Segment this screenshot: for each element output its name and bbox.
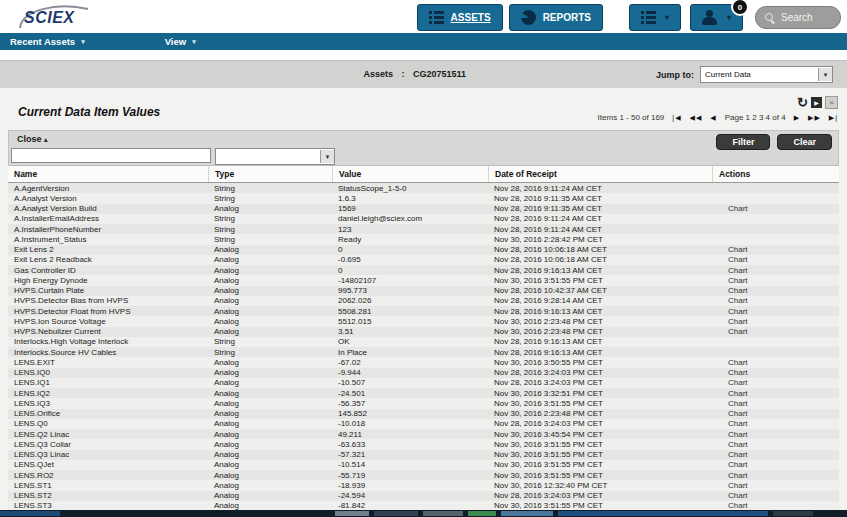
filter-close-toggle[interactable]: Close ▴ xyxy=(17,134,48,144)
cell-date: Nov 30, 2016 2:23:48 PM CET xyxy=(488,327,712,336)
fast-next-icon[interactable]: ▶▶ xyxy=(808,114,821,122)
chart-link[interactable]: Chart xyxy=(718,286,748,295)
search-input[interactable]: Search xyxy=(755,6,841,29)
cell-actions: Chart xyxy=(712,286,839,295)
cell-actions: Chart xyxy=(712,471,839,480)
chart-link[interactable]: Chart xyxy=(718,471,748,480)
chart-link[interactable]: Chart xyxy=(718,450,748,459)
chart-link[interactable]: Chart xyxy=(718,266,748,275)
column-header-type[interactable]: Type xyxy=(208,166,332,182)
table-row[interactable]: LENS.QJetAnalog-10.514Nov 30, 2016 3:51:… xyxy=(8,460,839,470)
table-row[interactable]: Exit Lens 2Analog0Nov 28, 2016 10:06:18 … xyxy=(8,245,839,255)
chart-link[interactable]: Chart xyxy=(718,368,748,377)
table-row[interactable]: A.Analyst Version BuildAnalog1569Nov 28,… xyxy=(8,204,839,214)
cell-name: HVPS.Nebulizer Current xyxy=(8,327,208,336)
column-header-date[interactable]: Date of Receipt xyxy=(488,166,712,182)
chart-link[interactable]: Chart xyxy=(718,430,748,439)
chart-link[interactable]: Chart xyxy=(718,327,748,336)
cell-date: Nov 28, 2016 10:06:18 AM CET xyxy=(488,255,712,264)
table-row[interactable]: A.AgentVersionStringStatusScope_1-5-0Nov… xyxy=(8,183,839,193)
clear-button[interactable]: Clear xyxy=(777,134,832,150)
next-page-icon[interactable]: ▶ xyxy=(794,114,800,122)
table-row[interactable]: HVPS.Curtain PlateAnalog995.773Nov 28, 2… xyxy=(8,286,839,296)
table-row[interactable]: LENS.Q3 LinacAnalog-57.321Nov 30, 2016 3… xyxy=(8,450,839,460)
page-numbers[interactable]: Page 1 2 3 4 of 4 xyxy=(725,113,786,122)
chart-link[interactable]: Chart xyxy=(718,296,748,305)
table-row[interactable]: LENS.IQ3Analog-56.357Nov 30, 2016 3:51:5… xyxy=(8,398,839,408)
chart-link[interactable]: Chart xyxy=(718,491,748,500)
jump-to-select[interactable]: Current Data ▼ xyxy=(700,66,833,83)
chart-link[interactable]: Chart xyxy=(718,389,748,398)
table-row[interactable]: A.InstallerPhoneNumberString123Nov 28, 2… xyxy=(8,224,839,234)
column-header-value[interactable]: Value xyxy=(332,166,488,182)
cell-date: Nov 30, 2016 2:23:48 PM CET xyxy=(488,317,712,326)
cell-date: Nov 30, 2016 3:50:55 PM CET xyxy=(488,358,712,367)
table-row[interactable]: LENS.IQ0Analog-9.944Nov 28, 2016 3:24:03… xyxy=(8,368,839,378)
chart-link[interactable]: Chart xyxy=(718,399,748,408)
table-row[interactable]: Exit Lens 2 ReadbackAnalog-0.695Nov 28, … xyxy=(8,255,839,265)
name-filter-input[interactable] xyxy=(11,148,211,163)
asset-identifier: Assets : CG20751511 xyxy=(361,69,470,79)
user-menu-button[interactable]: ▾ 0 xyxy=(690,4,743,31)
assets-button[interactable]: ASSETS xyxy=(417,4,503,31)
table-row[interactable]: Interlocks.High Voltage InterlockStringO… xyxy=(8,337,839,347)
chart-link[interactable]: Chart xyxy=(718,481,748,490)
list-menu-button[interactable]: ▾ xyxy=(629,4,681,31)
chart-link[interactable]: Chart xyxy=(718,409,748,418)
chart-link[interactable]: Chart xyxy=(718,276,748,285)
chart-link[interactable]: Chart xyxy=(718,460,748,469)
table-row[interactable]: HVPS.Detector Bias from HVPSAnalog2062.0… xyxy=(8,296,839,306)
cell-value: 49.211 xyxy=(332,430,488,439)
last-page-icon[interactable]: ▶| xyxy=(829,114,838,122)
chart-link[interactable]: Chart xyxy=(718,378,748,387)
fast-prev-icon[interactable]: ◀◀ xyxy=(690,114,703,122)
column-header-actions[interactable]: Actions xyxy=(712,166,839,182)
filter-button[interactable]: Filter xyxy=(716,134,770,150)
jump-to-value: Current Data xyxy=(701,70,751,79)
cell-actions: Chart xyxy=(712,491,839,500)
table-row[interactable]: HVPS.Nebulizer CurrentAnalog3.51Nov 30, … xyxy=(8,327,839,337)
table-row[interactable]: A.InstallerEmailAddressStringdaniel.leig… xyxy=(8,214,839,224)
refresh-icon[interactable]: ↻ xyxy=(797,97,808,108)
table-row[interactable]: LENS.OrificeAnalog145.852Nov 30, 2016 2:… xyxy=(8,409,839,419)
table-row[interactable]: LENS.ST1Analog-18.939Nov 30, 2016 12:32:… xyxy=(8,480,839,490)
table-row[interactable]: HVPS.Ion Source VoltageAnalog5512.015Nov… xyxy=(8,316,839,326)
chart-link[interactable]: Chart xyxy=(718,255,748,264)
play-icon[interactable]: ▶ xyxy=(811,97,822,108)
table-row[interactable]: LENS.RO2Analog-55.719Nov 30, 2016 3:51:5… xyxy=(8,470,839,480)
table-row[interactable]: High Energy DynodeAnalog-14802107Nov 30,… xyxy=(8,275,839,285)
chart-link[interactable]: Chart xyxy=(718,317,748,326)
cell-type: Analog xyxy=(208,368,332,377)
table-row[interactable]: LENS.EXITAnalog-67.02Nov 30, 2016 3:50:5… xyxy=(8,357,839,367)
table-row[interactable]: LENS.IQ1Analog-10.507Nov 28, 2016 3:24:0… xyxy=(8,378,839,388)
search-label: Search xyxy=(781,12,813,23)
reports-button[interactable]: REPORTS xyxy=(509,4,603,31)
table-row[interactable]: LENS.IQ2Analog-24.501Nov 30, 2016 3:32:5… xyxy=(8,388,839,398)
table-row[interactable]: HVPS.Detector Float from HVPSAnalog5508.… xyxy=(8,306,839,316)
table-row[interactable]: A.Analyst VersionString1.6.3Nov 28, 2016… xyxy=(8,193,839,203)
cell-type: Analog xyxy=(208,440,332,449)
table-row[interactable]: LENS.Q3 CollarAnalog-63.633Nov 30, 2016 … xyxy=(8,439,839,449)
table-row[interactable]: LENS.Q0Analog-10.018Nov 28, 2016 3:24:03… xyxy=(8,419,839,429)
column-header-name[interactable]: Name xyxy=(8,166,208,182)
chart-link[interactable]: Chart xyxy=(718,440,748,449)
table-row[interactable]: LENS.Q2 LinacAnalog49.211Nov 30, 2016 3:… xyxy=(8,429,839,439)
table-row[interactable]: LENS.ST2Analog-24.594Nov 28, 2016 3:24:0… xyxy=(8,491,839,501)
chart-link[interactable]: Chart xyxy=(718,419,748,428)
table-row[interactable]: Interlocks.Source HV CablesStringIn Plac… xyxy=(8,347,839,357)
type-filter-select[interactable]: ▼ xyxy=(215,148,335,165)
chart-link[interactable]: Chart xyxy=(718,245,748,254)
close-icon[interactable]: × xyxy=(825,96,838,109)
table-row[interactable]: A.Instrument_StatusStringReadyNov 30, 20… xyxy=(8,234,839,244)
cell-actions: Chart xyxy=(712,327,839,336)
first-page-icon[interactable]: |◀ xyxy=(672,114,681,122)
chart-link[interactable]: Chart xyxy=(718,204,748,213)
menu-recent-assets[interactable]: Recent Assets ▾ xyxy=(0,36,95,47)
table-row[interactable]: Gas Controller IDAnalog0Nov 28, 2016 9:1… xyxy=(8,265,839,275)
chart-link[interactable]: Chart xyxy=(718,358,748,367)
menu-view[interactable]: View ▾ xyxy=(155,36,206,47)
prev-page-icon[interactable]: ◀ xyxy=(710,114,716,122)
chart-link[interactable]: Chart xyxy=(718,307,748,316)
cell-name: LENS.Q3 Collar xyxy=(8,440,208,449)
cell-type: Analog xyxy=(208,389,332,398)
